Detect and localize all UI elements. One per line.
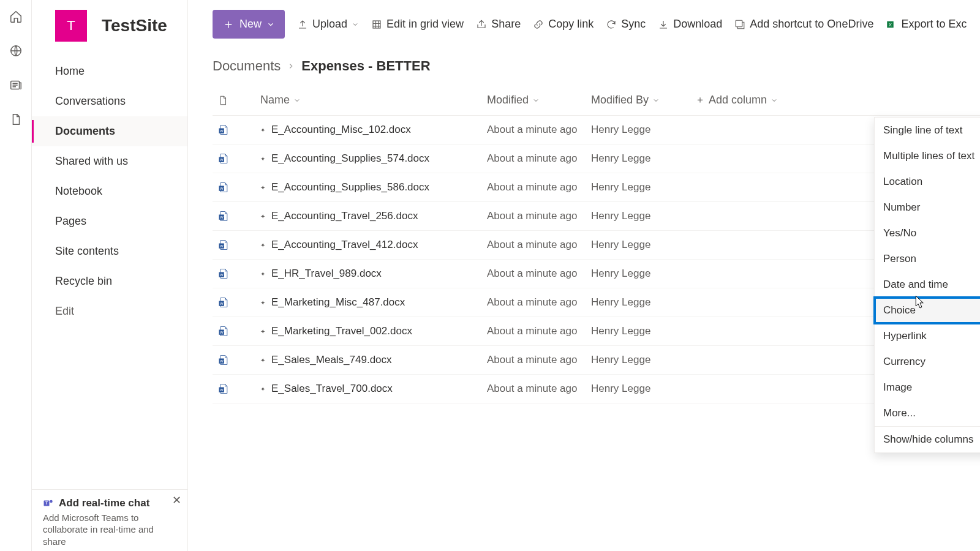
menu-item-choice[interactable]: Choice <box>875 298 980 323</box>
svg-text:W: W <box>220 302 224 305</box>
menu-item-date-and-time[interactable]: Date and time <box>875 272 980 298</box>
sidebar-item-notebook[interactable]: Notebook <box>32 176 187 206</box>
modified-by[interactable]: Henry Legge <box>586 288 690 317</box>
file-name[interactable]: E_Sales_Meals_749.docx <box>271 354 392 366</box>
share-button[interactable]: Share <box>476 18 521 31</box>
modified-date: About a minute ago <box>482 173 586 202</box>
modified-by[interactable]: Henry Legge <box>586 260 690 288</box>
breadcrumb-parent[interactable]: Documents <box>213 58 281 74</box>
sidebar-item-conversations[interactable]: Conversations <box>32 86 187 116</box>
excel-icon: X <box>886 19 897 30</box>
word-document-icon: W <box>217 268 251 280</box>
file-name[interactable]: E_Accounting_Travel_412.docx <box>271 239 418 251</box>
table-row[interactable]: W✦E_Sales_Travel_700.docxAbout a minute … <box>213 375 980 403</box>
site-title[interactable]: TestSite <box>102 16 167 36</box>
column-modified[interactable]: Modified <box>487 94 581 107</box>
modified-by[interactable]: Henry Legge <box>586 173 690 202</box>
edit-grid-button[interactable]: Edit in grid view <box>371 18 464 31</box>
table-row[interactable]: W✦E_HR_Travel_989.docxAbout a minute ago… <box>213 260 980 288</box>
home-icon[interactable] <box>9 10 23 23</box>
table-row[interactable]: W✦E_Accounting_Misc_102.docxAbout a minu… <box>213 116 980 144</box>
column-modified-by[interactable]: Modified By <box>591 94 685 107</box>
menu-item-hyperlink[interactable]: Hyperlink <box>875 323 980 349</box>
download-button[interactable]: Download <box>658 18 722 31</box>
add-column-button[interactable]: ＋Add column <box>695 94 975 107</box>
modified-by[interactable]: Henry Legge <box>586 231 690 260</box>
menu-item-person[interactable]: Person <box>875 246 980 272</box>
file-name[interactable]: E_Marketing_Travel_002.docx <box>271 325 412 337</box>
menu-item-location[interactable]: Location <box>875 169 980 195</box>
nav-edit-link[interactable]: Edit <box>32 296 187 326</box>
copy-link-button[interactable]: Copy link <box>533 18 594 31</box>
export-excel-button[interactable]: X Export to Exc <box>886 18 967 31</box>
modified-by[interactable]: Henry Legge <box>586 202 690 231</box>
site-tile[interactable]: T <box>55 10 87 42</box>
sidebar-item-pages[interactable]: Pages <box>32 206 187 236</box>
sidebar-item-documents[interactable]: Documents <box>32 116 187 146</box>
sync-icon <box>606 19 617 30</box>
table-row[interactable]: W✦E_Accounting_Supplies_574.docxAbout a … <box>213 144 980 173</box>
chevron-right-icon <box>287 62 295 70</box>
word-document-icon: W <box>217 181 251 193</box>
table-row[interactable]: W✦E_Accounting_Travel_412.docxAbout a mi… <box>213 231 980 260</box>
modified-date: About a minute ago <box>482 317 586 346</box>
file-name[interactable]: E_Accounting_Misc_102.docx <box>271 124 411 136</box>
table-row[interactable]: W✦E_Accounting_Travel_256.docxAbout a mi… <box>213 202 980 231</box>
globe-icon[interactable] <box>9 44 23 58</box>
modified-date: About a minute ago <box>482 288 586 317</box>
sidebar-item-recycle-bin[interactable]: Recycle bin <box>32 266 187 296</box>
sidebar-item-shared-with-us[interactable]: Shared with us <box>32 146 187 176</box>
news-icon[interactable] <box>9 78 23 92</box>
file-name[interactable]: E_Accounting_Travel_256.docx <box>271 210 418 222</box>
table-row[interactable]: W✦E_Marketing_Travel_002.docxAbout a min… <box>213 317 980 346</box>
svg-text:W: W <box>220 216 224 219</box>
menu-item-number[interactable]: Number <box>875 195 980 220</box>
file-name[interactable]: E_Sales_Travel_700.docx <box>271 383 393 395</box>
chevron-down-icon <box>352 21 359 28</box>
modified-by[interactable]: Henry Legge <box>586 144 690 173</box>
new-button[interactable]: ＋ New <box>213 10 285 39</box>
word-document-icon: W <box>217 296 251 309</box>
document-icon[interactable] <box>9 113 23 126</box>
file-name[interactable]: E_Marketing_Misc_487.docx <box>271 296 405 309</box>
modified-by[interactable]: Henry Legge <box>586 317 690 346</box>
file-name[interactable]: E_Accounting_Supplies_586.docx <box>271 181 429 193</box>
chat-promo: ✕ T Add real-time chat Add Microsoft Tea… <box>32 489 187 552</box>
menu-item-yes-no[interactable]: Yes/No <box>875 220 980 246</box>
menu-item-image[interactable]: Image <box>875 375 980 400</box>
modified-date: About a minute ago <box>482 346 586 375</box>
table-row[interactable]: W✦E_Sales_Meals_749.docxAbout a minute a… <box>213 346 980 375</box>
file-name[interactable]: E_Accounting_Supplies_574.docx <box>271 152 429 165</box>
word-document-icon: W <box>217 383 251 395</box>
new-indicator-icon: ✦ <box>260 271 266 277</box>
svg-text:X: X <box>889 22 892 28</box>
menu-item-currency[interactable]: Currency <box>875 349 980 375</box>
plus-icon: ＋ <box>222 16 235 32</box>
new-indicator-icon: ✦ <box>260 127 266 133</box>
close-icon[interactable]: ✕ <box>172 493 181 507</box>
sidebar-item-home[interactable]: Home <box>32 56 187 86</box>
menu-item-show-hide-columns[interactable]: Show/hide columns <box>875 427 980 452</box>
menu-item-more[interactable]: More... <box>875 400 980 426</box>
modified-date: About a minute ago <box>482 260 586 288</box>
app-rail <box>0 0 32 551</box>
table-row[interactable]: W✦E_Marketing_Misc_487.docxAbout a minut… <box>213 288 980 317</box>
modified-by[interactable]: Henry Legge <box>586 346 690 375</box>
add-shortcut-button[interactable]: Add shortcut to OneDrive <box>734 18 873 31</box>
download-icon <box>658 19 669 30</box>
sidebar-item-site-contents[interactable]: Site contents <box>32 236 187 266</box>
word-document-icon: W <box>217 152 251 165</box>
column-name[interactable]: Name <box>260 94 477 107</box>
command-bar: ＋ New Upload Edit in grid view Share Cop… <box>188 0 980 51</box>
menu-item-multiple-lines-of-text[interactable]: Multiple lines of text <box>875 143 980 169</box>
svg-text:W: W <box>220 359 224 363</box>
modified-by[interactable]: Henry Legge <box>586 116 690 144</box>
file-name[interactable]: E_HR_Travel_989.docx <box>271 268 382 280</box>
modified-by[interactable]: Henry Legge <box>586 375 690 403</box>
new-indicator-icon: ✦ <box>260 184 266 190</box>
upload-button[interactable]: Upload <box>297 18 359 31</box>
main-content: ＋ New Upload Edit in grid view Share Cop… <box>188 0 980 551</box>
table-row[interactable]: W✦E_Accounting_Supplies_586.docxAbout a … <box>213 173 980 202</box>
sync-button[interactable]: Sync <box>606 18 646 31</box>
menu-item-single-line-of-text[interactable]: Single line of text <box>875 118 980 143</box>
